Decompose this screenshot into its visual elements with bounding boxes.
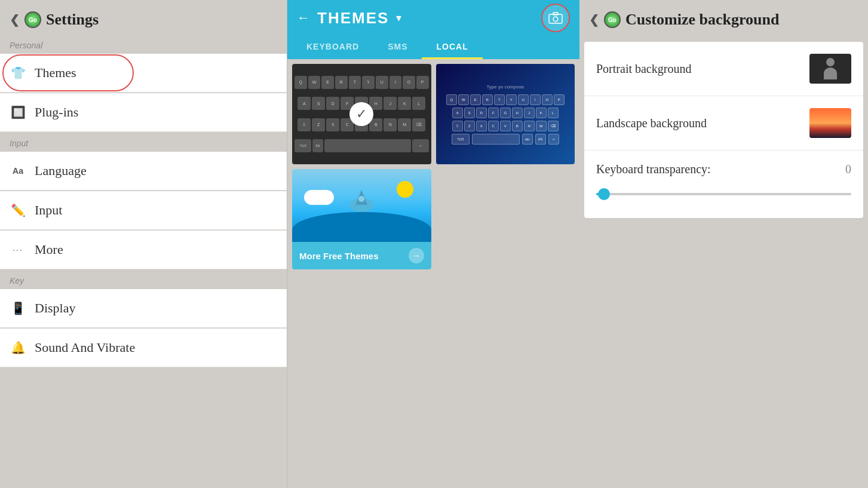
- person-body: [824, 67, 837, 79]
- key: N: [384, 118, 397, 131]
- sound-icon: 🔔: [10, 339, 26, 356]
- landscape-bg-label: Landscape background: [596, 116, 707, 130]
- wave-decoration: [292, 212, 431, 242]
- themes-back-arrow[interactable]: ←: [297, 10, 310, 26]
- section-personal-label: Personal: [0, 35, 287, 54]
- themes-grid: Q W E R T Y U I O P A S D F G H: [287, 59, 579, 274]
- key: ↵: [412, 139, 429, 152]
- keyboard-mock-blue: Type yo compose QWE RTY UIOP ASD FGH JKL…: [436, 64, 575, 164]
- key: D: [326, 97, 339, 110]
- key: K: [398, 97, 411, 110]
- more-themes-art: [292, 169, 431, 242]
- svg-point-5: [358, 196, 364, 202]
- menu-item-display[interactable]: 📱 Display: [0, 289, 287, 328]
- themes-panel: ← THEMES ▾ KEYBOARD SMS LOCAL Q W E R: [287, 0, 579, 488]
- customize-content: Portrait background Landscape background…: [584, 42, 863, 218]
- menu-item-themes[interactable]: 👕 Themes: [0, 54, 287, 93]
- language-icon: Aa: [10, 162, 26, 179]
- key: ⌫: [412, 118, 425, 131]
- plugins-label: Plug-ins: [35, 105, 78, 120]
- plugins-icon: 🔲: [10, 104, 26, 121]
- key: Z: [312, 118, 325, 131]
- svg-point-1: [553, 17, 558, 22]
- key: U: [376, 76, 388, 89]
- customize-go-logo: Go: [604, 11, 621, 28]
- theme-default[interactable]: Q W E R T Y U I O P A S D F G H: [292, 64, 431, 164]
- key: I: [389, 76, 402, 89]
- slider-thumb[interactable]: [598, 188, 610, 200]
- customize-title: Customize background: [625, 11, 779, 29]
- key: Q: [295, 76, 307, 89]
- landscape-bg-row[interactable]: Landscape background: [584, 96, 863, 151]
- key: J: [384, 97, 397, 110]
- key: Y: [362, 76, 375, 89]
- transparency-slider[interactable]: [596, 188, 851, 200]
- key: ?123: [295, 139, 311, 152]
- photo-icon: [548, 12, 563, 24]
- svg-rect-2: [553, 13, 558, 15]
- themes-title: THEMES: [317, 9, 389, 27]
- display-icon: 📱: [10, 300, 26, 317]
- landscape-thumb-image: [809, 108, 851, 138]
- more-themes-arrow-button[interactable]: →: [409, 248, 424, 263]
- key: M: [398, 118, 411, 131]
- space-key: [324, 139, 411, 152]
- customize-back-arrow[interactable]: ❮: [589, 13, 599, 27]
- sun-decoration: [397, 181, 413, 198]
- key: T: [349, 76, 361, 89]
- themes-tabs: KEYBOARD SMS LOCAL: [287, 36, 579, 59]
- more-themes-text: More Free Themes: [299, 251, 379, 261]
- settings-header: ❮ Go Settings: [0, 0, 287, 35]
- back-arrow-icon[interactable]: ❮: [10, 13, 20, 27]
- tab-sms[interactable]: SMS: [373, 36, 422, 59]
- display-label: Display: [35, 300, 75, 316]
- themes-header: ← THEMES ▾: [287, 0, 579, 36]
- customize-header: ❮ Go Customize background: [579, 0, 868, 35]
- settings-panel: ❮ Go Settings Personal 👕 Themes 🔲 Plug-i…: [0, 0, 287, 488]
- menu-item-more[interactable]: ··· More: [0, 231, 287, 269]
- menu-item-input[interactable]: ✏️ Input: [0, 191, 287, 230]
- tab-local[interactable]: LOCAL: [422, 36, 482, 59]
- more-themes-label-bar: More Free Themes →: [292, 242, 431, 269]
- customize-panel: ❮ Go Customize background Portrait backg…: [579, 0, 868, 488]
- more-label: More: [35, 242, 63, 257]
- portrait-bg-row[interactable]: Portrait background: [584, 42, 863, 96]
- settings-title: Settings: [46, 11, 99, 29]
- theme-blue[interactable]: Type yo compose QWE RTY UIOP ASD FGH JKL…: [436, 64, 575, 164]
- menu-item-plugins[interactable]: 🔲 Plug-ins: [0, 93, 287, 132]
- key: W: [308, 76, 321, 89]
- menu-item-sound[interactable]: 🔔 Sound And Vibrate: [0, 329, 287, 367]
- person-head: [826, 58, 835, 66]
- transparency-value: 0: [845, 162, 851, 176]
- key: X: [326, 118, 339, 131]
- photo-button[interactable]: [541, 4, 570, 32]
- themes-icon: 👕: [10, 65, 26, 81]
- key: P: [416, 76, 429, 89]
- key: A: [297, 97, 311, 110]
- key: S: [312, 97, 325, 110]
- key: E: [321, 76, 334, 89]
- themes-label: Themes: [35, 65, 76, 81]
- sound-label: Sound And Vibrate: [35, 340, 135, 355]
- cloud-decoration: [304, 190, 334, 205]
- portrait-bg-thumbnail: [809, 54, 851, 84]
- go-logo: Go: [24, 11, 41, 28]
- key: L: [412, 97, 425, 110]
- portrait-thumb-image: [809, 54, 851, 84]
- transparency-label: Keyboard transparency: 0: [596, 162, 851, 176]
- input-label: Input: [35, 202, 62, 218]
- more-themes-item[interactable]: More Free Themes →: [292, 169, 431, 269]
- menu-item-language[interactable]: Aa Language: [0, 152, 287, 191]
- slider-track: [596, 193, 851, 195]
- themes-dropdown-icon[interactable]: ▾: [396, 11, 401, 24]
- input-icon: ✏️: [10, 202, 26, 219]
- tab-keyboard[interactable]: KEYBOARD: [292, 36, 373, 59]
- key: EN: [312, 139, 323, 152]
- language-label: Language: [35, 163, 87, 179]
- transparency-row: Keyboard transparency: 0: [584, 151, 863, 218]
- themes-header-left: ← THEMES ▾: [297, 9, 401, 27]
- key: O: [403, 76, 415, 89]
- landscape-bg-thumbnail: [809, 108, 851, 138]
- key: ⇧: [297, 118, 311, 131]
- more-icon: ···: [10, 241, 26, 258]
